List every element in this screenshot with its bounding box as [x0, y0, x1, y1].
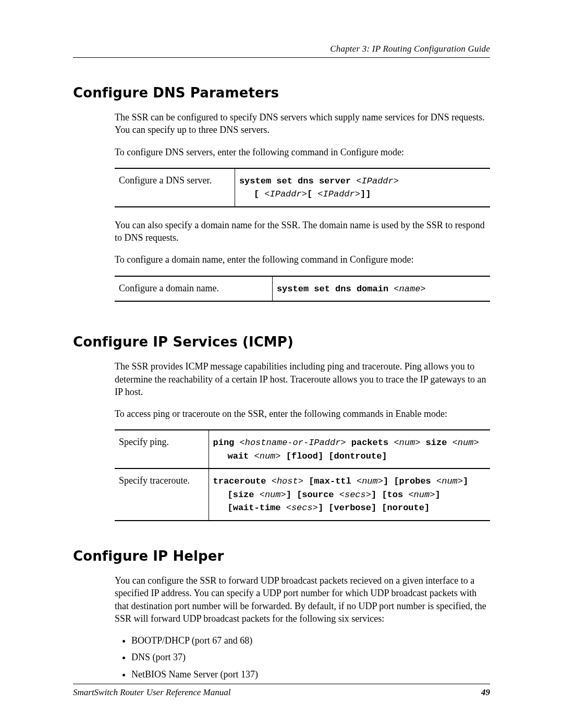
cmd-kw: [flood] [dontroute] — [281, 451, 387, 461]
table-cell-cmd: system set dns server <IPaddr> [ <IPaddr… — [235, 168, 490, 207]
page-number: 49 — [481, 687, 490, 698]
paragraph: To configure a domain name, enter the fo… — [115, 253, 490, 266]
cmd-arg: <num> — [452, 438, 479, 448]
cmd-arg: <IPaddr> — [317, 189, 360, 199]
table-cell-cmd: ping <hostname-or-IPaddr> packets <num> … — [209, 430, 490, 468]
footer-title: SmartSwitch Router User Reference Manual — [73, 687, 230, 698]
cmd-arg: <host> — [272, 476, 303, 486]
cmd-kw: traceroute — [213, 476, 272, 486]
table-cell-desc: Configure a DNS server. — [115, 168, 235, 207]
page-footer: SmartSwitch Router User Reference Manual… — [73, 684, 490, 698]
cmd-arg: <num> — [394, 438, 420, 448]
cmd-kw: ] [probes — [383, 476, 436, 486]
cmd-kw: packets — [346, 438, 394, 448]
paragraph: You can configure the SSR to forward UDP… — [115, 574, 490, 625]
table-cell-desc: Specify traceroute. — [115, 468, 209, 521]
table-row: Specify ping. ping <hostname-or-IPaddr> … — [115, 430, 490, 468]
section-body-helper: You can configure the SSR to forward UDP… — [115, 574, 490, 681]
list-item: NetBIOS Name Server (port 137) — [131, 668, 490, 681]
cmd-kw: wait — [228, 451, 254, 461]
cmd-arg: <hostname-or-IPaddr> — [240, 438, 346, 448]
table-row: Configure a domain name. system set dns … — [115, 276, 490, 302]
running-header: Chapter 3: IP Routing Configuration Guid… — [73, 44, 490, 58]
paragraph: You can also specify a domain name for t… — [115, 219, 490, 244]
section-title-helper: Configure IP Helper — [73, 548, 490, 564]
table-cell-cmd: system set dns domain <name> — [272, 276, 490, 302]
cmd-arg: <num> — [436, 476, 463, 486]
table-cell-desc: Specify ping. — [115, 430, 209, 468]
cmd-kw: size — [420, 438, 452, 448]
paragraph: To access ping or traceroute on the SSR,… — [115, 408, 490, 420]
section-body-dns: The SSR can be configured to specify DNS… — [115, 111, 490, 302]
cmd-kw: [ — [254, 189, 264, 199]
cmd-kw: ]] — [360, 189, 371, 199]
command-table-icmp: Specify ping. ping <hostname-or-IPaddr> … — [115, 429, 490, 521]
cmd-kw: ] [tos — [371, 490, 408, 500]
cmd-kw: system set dns domain — [277, 284, 394, 294]
cmd-arg: <num> — [357, 476, 383, 486]
paragraph: To configure DNS servers, enter the foll… — [115, 146, 490, 158]
section-title-dns: Configure DNS Parameters — [73, 85, 490, 101]
cmd-arg: <IPaddr> — [356, 176, 399, 186]
cmd-kw: system set dns server — [239, 176, 356, 186]
cmd-kw: [ — [307, 189, 317, 199]
table-cell-cmd: traceroute <host> [max-ttl <num>] [probe… — [209, 468, 490, 521]
bullet-list: BOOTP/DHCP (port 67 and 68) DNS (port 37… — [120, 634, 490, 681]
section-title-icmp: Configure IP Services (ICMP) — [73, 334, 490, 350]
section-body-icmp: The SSR provides ICMP message capabiliti… — [115, 360, 490, 521]
paragraph: The SSR provides ICMP message capabiliti… — [115, 360, 490, 398]
cmd-arg: <IPaddr> — [264, 189, 307, 199]
cmd-kw: ] — [463, 476, 468, 486]
paragraph: The SSR can be configured to specify DNS… — [115, 111, 490, 137]
cmd-arg: <num> — [260, 490, 286, 500]
cmd-arg: <num> — [254, 451, 281, 461]
page: Chapter 3: IP Routing Configuration Guid… — [0, 0, 563, 728]
cmd-kw: ] — [435, 490, 440, 500]
list-item: DNS (port 37) — [131, 651, 490, 663]
table-row: Specify traceroute. traceroute <host> [m… — [115, 468, 490, 521]
cmd-kw: [max-ttl — [303, 476, 357, 486]
table-row: Configure a DNS server. system set dns s… — [115, 168, 490, 207]
cmd-kw: [wait-time — [228, 503, 286, 513]
cmd-kw: [size — [228, 490, 260, 500]
cmd-kw: ping — [213, 438, 240, 448]
cmd-arg: <secs> — [339, 490, 371, 500]
command-table-dns-server: Configure a DNS server. system set dns s… — [115, 168, 490, 207]
table-cell-desc: Configure a domain name. — [115, 276, 272, 302]
list-item: BOOTP/DHCP (port 67 and 68) — [131, 634, 490, 647]
cmd-kw: ] [verbose] [noroute] — [318, 503, 430, 513]
cmd-arg: <secs> — [286, 503, 318, 513]
cmd-arg: <name> — [394, 284, 425, 294]
cmd-arg: <num> — [408, 490, 435, 500]
cmd-kw: ] [source — [286, 490, 339, 500]
command-table-dns-domain: Configure a domain name. system set dns … — [115, 276, 490, 302]
